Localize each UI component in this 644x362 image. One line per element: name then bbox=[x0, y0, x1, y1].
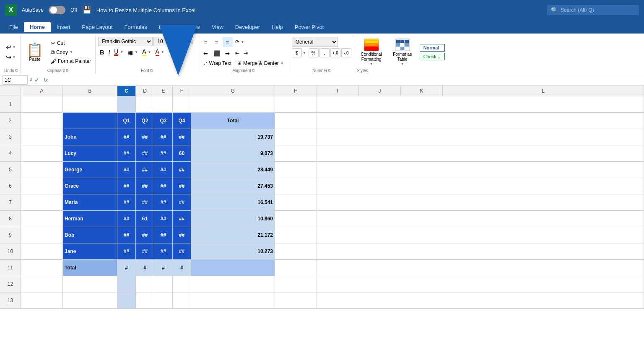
row-header-5[interactable]: 5 bbox=[0, 162, 21, 178]
autosave-toggle[interactable] bbox=[49, 6, 65, 14]
cell-B7[interactable]: Maria bbox=[63, 194, 117, 210]
cell-H4[interactable] bbox=[275, 145, 317, 161]
cell-D13[interactable] bbox=[136, 292, 154, 308]
cell-G5[interactable]: 28,449 bbox=[191, 162, 275, 178]
cell-E6[interactable]: ## bbox=[154, 178, 173, 194]
cell-D2[interactable]: Q2 bbox=[136, 113, 154, 129]
cell-I5[interactable] bbox=[317, 162, 644, 178]
cell-F7[interactable]: ## bbox=[173, 194, 191, 210]
cell-E4[interactable]: ## bbox=[154, 145, 173, 161]
cell-H5[interactable] bbox=[275, 162, 317, 178]
cell-H10[interactable] bbox=[275, 243, 317, 259]
font-shrink-button[interactable]: A↓ bbox=[184, 37, 195, 46]
row-header-6[interactable]: 6 bbox=[0, 178, 21, 194]
col-header-C[interactable]: C bbox=[117, 86, 136, 96]
cell-G3[interactable]: 19,737 bbox=[191, 129, 275, 145]
align-top-right-button[interactable]: ≡ bbox=[223, 37, 233, 47]
cell-E11[interactable]: # bbox=[154, 260, 173, 276]
cell-C5[interactable]: ## bbox=[117, 162, 136, 178]
cell-H9[interactable] bbox=[275, 227, 317, 243]
cell-D12[interactable] bbox=[136, 276, 154, 292]
clipboard-expand-icon[interactable]: ⧉ bbox=[66, 68, 68, 73]
cell-I4[interactable] bbox=[317, 145, 644, 161]
row-header-3[interactable]: 3 bbox=[0, 129, 21, 145]
col-header-K[interactable]: K bbox=[401, 86, 443, 96]
cell-A1[interactable] bbox=[21, 96, 63, 112]
tab-help[interactable]: Help bbox=[266, 22, 289, 32]
cell-I8[interactable] bbox=[317, 211, 644, 227]
cell-C11[interactable]: # bbox=[117, 260, 136, 276]
cell-I10[interactable] bbox=[317, 243, 644, 259]
cell-E5[interactable]: ## bbox=[154, 162, 173, 178]
cell-C1[interactable] bbox=[117, 96, 136, 112]
cell-F2[interactable]: Q4 bbox=[173, 113, 191, 129]
cell-B9[interactable]: Bob bbox=[63, 227, 117, 243]
save-icon[interactable]: 💾 bbox=[82, 5, 91, 15]
cell-H3[interactable] bbox=[275, 129, 317, 145]
cell-B5[interactable]: George bbox=[63, 162, 117, 178]
tab-data[interactable]: Data bbox=[153, 22, 176, 32]
paste-button[interactable]: 📋 Paste bbox=[23, 41, 47, 63]
col-header-A[interactable]: A bbox=[21, 86, 63, 96]
cell-F10[interactable]: ## bbox=[173, 243, 191, 259]
cell-C2[interactable]: Q1 bbox=[117, 113, 136, 129]
cell-G10[interactable]: 10,273 bbox=[191, 243, 275, 259]
cell-D11[interactable]: # bbox=[136, 260, 154, 276]
row-header-1[interactable]: 1 bbox=[0, 96, 21, 112]
cell-D5[interactable]: ## bbox=[136, 162, 154, 178]
copy-button[interactable]: ⧉ Copy ▼ bbox=[49, 48, 93, 57]
cell-D7[interactable]: ## bbox=[136, 194, 154, 210]
col-header-B[interactable]: B bbox=[63, 86, 117, 96]
undo-dropdown-arrow[interactable]: ▼ bbox=[12, 45, 16, 49]
cell-F8[interactable]: ## bbox=[173, 211, 191, 227]
row-header-13[interactable]: 13 bbox=[0, 292, 21, 308]
cell-A12[interactable] bbox=[21, 276, 63, 292]
cell-A13[interactable] bbox=[21, 292, 63, 308]
cell-B6[interactable]: Grace bbox=[63, 178, 117, 194]
increase-decimal-button[interactable]: +.0 bbox=[330, 48, 340, 57]
col-header-F[interactable]: F bbox=[173, 86, 191, 96]
cell-C10[interactable]: ## bbox=[117, 243, 136, 259]
cell-C6[interactable]: ## bbox=[117, 178, 136, 194]
undo-button[interactable]: ↩ ▼ bbox=[4, 42, 17, 52]
cell-G4[interactable]: 9,073 bbox=[191, 145, 275, 161]
cell-D8[interactable]: 61 bbox=[136, 211, 154, 227]
italic-button[interactable]: I bbox=[106, 48, 112, 57]
cell-F4[interactable]: 60 bbox=[173, 145, 191, 161]
cell-H13[interactable] bbox=[275, 292, 317, 308]
copy-dropdown-arrow[interactable]: ▼ bbox=[70, 50, 73, 54]
merge-dropdown[interactable]: ▼ bbox=[280, 62, 284, 65]
cell-A5[interactable] bbox=[21, 162, 63, 178]
cell-C8[interactable]: ## bbox=[117, 211, 136, 227]
cell-H7[interactable] bbox=[275, 194, 317, 210]
cell-E9[interactable]: ## bbox=[154, 227, 173, 243]
row-header-10[interactable]: 10 bbox=[0, 243, 21, 259]
cond-format-dropdown[interactable]: ▼ bbox=[370, 62, 373, 66]
cell-A11[interactable] bbox=[21, 260, 63, 276]
cell-A8[interactable] bbox=[21, 211, 63, 227]
cell-A2[interactable] bbox=[21, 113, 63, 129]
cell-F13[interactable] bbox=[173, 292, 191, 308]
row-header-11[interactable]: 11 bbox=[0, 260, 21, 276]
col-header-L[interactable]: L bbox=[443, 86, 644, 96]
cell-G1[interactable] bbox=[191, 96, 275, 112]
cell-F11[interactable]: # bbox=[173, 260, 191, 276]
cell-H1[interactable] bbox=[275, 96, 317, 112]
cell-reference-box[interactable]: 1C bbox=[3, 75, 28, 85]
col-header-E[interactable]: E bbox=[154, 86, 173, 96]
cell-A4[interactable] bbox=[21, 145, 63, 161]
currency-dropdown[interactable]: ▼ bbox=[303, 51, 306, 55]
cell-F1[interactable] bbox=[173, 96, 191, 112]
cell-D9[interactable]: ## bbox=[136, 227, 154, 243]
col-header-I[interactable]: I bbox=[317, 86, 359, 96]
cell-A6[interactable] bbox=[21, 178, 63, 194]
fill-dropdown[interactable]: ▼ bbox=[148, 50, 151, 54]
cut-button[interactable]: ✂ Cut bbox=[49, 39, 93, 47]
col-header-J[interactable]: J bbox=[359, 86, 401, 96]
number-format-select[interactable]: General bbox=[292, 37, 338, 47]
fill-color-button[interactable]: A ▼ bbox=[140, 47, 153, 57]
align-right-button[interactable]: ➡ bbox=[223, 48, 233, 58]
tab-developer[interactable]: Developer bbox=[229, 22, 266, 32]
underline-button[interactable]: U ▼ bbox=[112, 47, 125, 57]
row-header-2[interactable]: 2 bbox=[0, 113, 21, 129]
